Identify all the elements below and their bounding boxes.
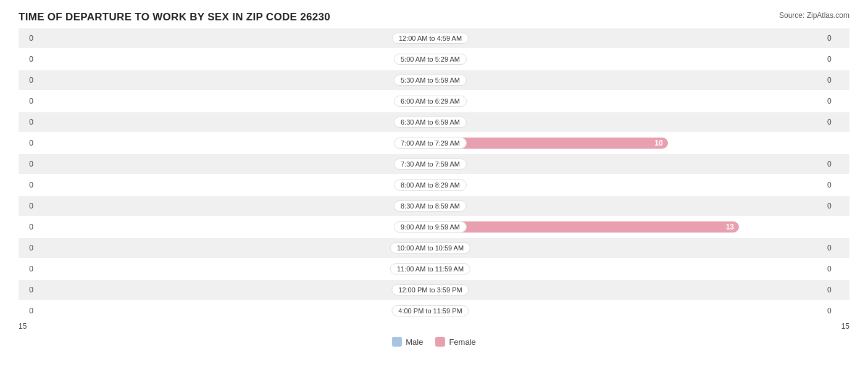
- male-bar-side: [36, 136, 430, 150]
- female-bar-side: [430, 241, 825, 255]
- table-row: 05:30 AM to 5:59 AM0: [19, 70, 849, 90]
- time-label: 5:30 AM to 5:59 AM: [394, 75, 467, 86]
- bar-center: 6:00 AM to 6:29 AM: [36, 91, 825, 111]
- male-bar-side: [36, 220, 430, 234]
- female-value: 0: [825, 307, 849, 315]
- female-bar-side: [430, 157, 825, 171]
- legend: Male Female: [19, 337, 849, 347]
- female-bar-side: [430, 283, 825, 297]
- table-row: 012:00 PM to 3:59 PM0: [19, 280, 849, 300]
- table-row: 06:30 AM to 6:59 AM0: [19, 112, 849, 132]
- male-value: 0: [19, 160, 36, 168]
- time-label: 8:00 AM to 8:29 AM: [394, 179, 467, 191]
- female-bar: 13: [430, 221, 739, 233]
- legend-male: Male: [392, 337, 423, 347]
- male-bar-side: [36, 199, 430, 213]
- table-row: 06:00 AM to 6:29 AM0: [19, 91, 849, 111]
- female-value: 0: [825, 244, 849, 252]
- female-value: 0: [825, 97, 849, 105]
- male-bar-side: [36, 304, 430, 318]
- female-value: 0: [825, 286, 849, 294]
- axis-labels: 15 15: [19, 322, 849, 331]
- bar-center: 7:30 AM to 7:59 AM: [36, 154, 825, 174]
- female-value: 0: [825, 202, 849, 210]
- male-value: 0: [19, 139, 36, 147]
- bars-area: 012:00 AM to 4:59 AM005:00 AM to 5:29 AM…: [19, 28, 849, 321]
- time-label: 9:00 AM to 9:59 AM: [394, 221, 467, 233]
- legend-female: Female: [435, 337, 475, 347]
- bar-center: 8:00 AM to 8:29 AM: [36, 175, 825, 195]
- female-bar-side: [430, 115, 825, 129]
- male-value: 0: [19, 181, 36, 189]
- time-label: 12:00 PM to 3:59 PM: [391, 284, 469, 295]
- table-row: 04:00 PM to 11:59 PM0: [19, 301, 849, 321]
- female-bar-side: [430, 52, 825, 66]
- male-bar-side: [36, 283, 430, 297]
- time-label: 7:30 AM to 7:59 AM: [394, 159, 467, 170]
- male-bar-side: [36, 157, 430, 171]
- chart-container: TIME OF DEPARTURE TO WORK BY SEX IN ZIP …: [0, 0, 868, 367]
- time-label: 10:00 AM to 10:59 AM: [390, 242, 470, 254]
- time-label: 12:00 AM to 4:59 AM: [392, 33, 469, 44]
- female-value: 0: [825, 34, 849, 43]
- male-value: 0: [19, 55, 36, 64]
- male-bar-side: [36, 262, 430, 276]
- female-value: 0: [825, 118, 849, 126]
- bar-center: 139:00 AM to 9:59 AM: [36, 217, 825, 237]
- time-label: 6:00 AM to 6:29 AM: [394, 96, 467, 107]
- bar-center: 6:30 AM to 6:59 AM: [36, 112, 825, 132]
- time-label: 8:30 AM to 8:59 AM: [394, 200, 467, 212]
- time-label: 5:00 AM to 5:29 AM: [394, 54, 467, 65]
- bar-center: 11:00 AM to 11:59 AM: [36, 259, 825, 279]
- male-value: 0: [19, 97, 36, 105]
- male-bar-side: [36, 241, 430, 255]
- bar-center: 12:00 PM to 3:59 PM: [36, 280, 825, 300]
- female-bar-side: 10: [430, 136, 825, 150]
- legend-male-label: Male: [406, 337, 423, 347]
- time-label: 7:00 AM to 7:29 AM: [394, 138, 467, 149]
- male-value: 0: [19, 76, 36, 85]
- time-label: 4:00 PM to 11:59 PM: [391, 305, 469, 316]
- female-bar-side: [430, 94, 825, 108]
- male-value: 0: [19, 307, 36, 315]
- female-bar-side: [430, 178, 825, 192]
- bar-center: 107:00 AM to 7:29 AM: [36, 133, 825, 153]
- male-value: 0: [19, 265, 36, 273]
- time-label: 11:00 AM to 11:59 AM: [390, 263, 470, 274]
- chart-title: TIME OF DEPARTURE TO WORK BY SEX IN ZIP …: [19, 11, 849, 23]
- female-value: 0: [825, 76, 849, 85]
- table-row: 012:00 AM to 4:59 AM0: [19, 28, 849, 48]
- axis-right: 15: [841, 322, 849, 331]
- table-row: 05:00 AM to 5:29 AM0: [19, 49, 849, 69]
- legend-female-label: Female: [449, 337, 475, 347]
- female-value: 0: [825, 160, 849, 168]
- male-value: 0: [19, 244, 36, 252]
- male-value: 0: [19, 223, 36, 231]
- bar-center: 4:00 PM to 11:59 PM: [36, 301, 825, 321]
- female-bar-side: [430, 31, 825, 45]
- female-value: 0: [825, 55, 849, 64]
- bar-center: 10:00 AM to 10:59 AM: [36, 238, 825, 258]
- male-bar-side: [36, 94, 430, 108]
- axis-left: 15: [19, 322, 27, 331]
- male-value: 0: [19, 118, 36, 126]
- female-bar-side: [430, 262, 825, 276]
- male-value: 0: [19, 34, 36, 43]
- table-row: 0107:00 AM to 7:29 AM: [19, 133, 849, 153]
- bar-center: 5:30 AM to 5:59 AM: [36, 70, 825, 90]
- male-bar-side: [36, 115, 430, 129]
- table-row: 08:00 AM to 8:29 AM0: [19, 175, 849, 195]
- legend-female-box: [435, 337, 445, 347]
- bar-center: 12:00 AM to 4:59 AM: [36, 28, 825, 48]
- male-bar-side: [36, 31, 430, 45]
- table-row: 08:30 AM to 8:59 AM0: [19, 196, 849, 216]
- male-bar-side: [36, 52, 430, 66]
- male-bar-side: [36, 178, 430, 192]
- source-label: Source: ZipAtlas.com: [779, 11, 849, 20]
- time-label: 6:30 AM to 6:59 AM: [394, 117, 467, 128]
- male-value: 0: [19, 286, 36, 294]
- bar-center: 5:00 AM to 5:29 AM: [36, 49, 825, 69]
- female-value: 0: [825, 181, 849, 189]
- female-value: 0: [825, 265, 849, 273]
- male-value: 0: [19, 202, 36, 210]
